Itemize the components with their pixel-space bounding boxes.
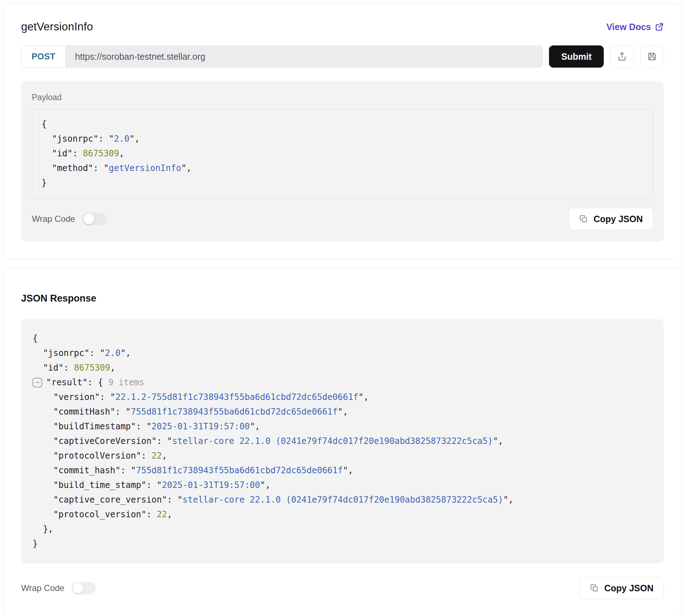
copy-json-label: Copy JSON <box>604 583 654 593</box>
page-title: getVersionInfo <box>21 20 93 33</box>
code-token: ", <box>260 478 271 493</box>
code-line: } <box>42 176 643 190</box>
code-token: { <box>33 331 38 346</box>
code-token: "commit_hash": " <box>33 463 136 478</box>
code-line: "version": "22.1.2-755d81f1c738943f55ba6… <box>33 390 652 405</box>
code-token: , <box>162 449 167 463</box>
code-token: 8675309 <box>74 361 110 375</box>
code-line: "commit_hash": "755d81f1c738943f55ba6d61… <box>33 463 652 478</box>
code-line: "protocol_version": 22, <box>33 507 652 522</box>
code-token: ", <box>358 390 369 405</box>
page: getVersionInfo View Docs POST Submit <box>0 0 685 616</box>
code-token: ", <box>181 161 191 176</box>
code-line: "id": 8675309, <box>33 361 652 375</box>
share-button[interactable] <box>610 45 634 68</box>
endpoint-url-input[interactable] <box>66 46 543 67</box>
code-token: "method": " <box>42 161 109 176</box>
code-token: { <box>42 117 47 132</box>
code-line: "protocolVersion": 22, <box>33 449 652 463</box>
copy-icon <box>590 583 599 593</box>
code-token: 2025-01-31T19:57:00 <box>151 419 250 434</box>
code-line: "method": "getVersionInfo", <box>42 161 643 176</box>
code-token: } <box>33 537 38 551</box>
code-token: "result": { <box>46 375 108 390</box>
payload-panel: Payload { "jsonrpc": "2.0", "id": 867530… <box>21 81 664 241</box>
copy-json-label: Copy JSON <box>593 214 643 224</box>
code-token: ", <box>250 419 260 434</box>
wrap-code-control: Wrap Code <box>32 212 107 225</box>
copy-json-button[interactable]: Copy JSON <box>579 577 664 599</box>
copy-json-button[interactable]: Copy JSON <box>569 208 653 230</box>
code-token: 2.0 <box>105 346 120 361</box>
save-icon <box>647 51 657 62</box>
code-token: "captive_core_version": " <box>33 493 183 507</box>
code-token: stellar-core 22.1.0 (0241e79f74dc017f20e… <box>183 493 503 507</box>
wrap-code-toggle[interactable] <box>82 212 107 225</box>
payload-code-editor[interactable]: { "jsonrpc": "2.0", "id": 8675309, "meth… <box>32 109 653 199</box>
code-line: } <box>33 537 652 551</box>
code-line: "commitHash": "755d81f1c738943f55ba6d61c… <box>33 405 652 419</box>
wrap-code-toggle[interactable] <box>72 582 96 595</box>
code-token: } <box>42 176 47 190</box>
endpoint-group: POST <box>21 45 543 68</box>
toggle-knob <box>73 583 83 593</box>
code-line: "id": 8675309, <box>42 146 643 161</box>
code-token: 9 items <box>108 375 144 390</box>
http-method-badge: POST <box>21 46 66 67</box>
code-token: ", <box>338 405 348 419</box>
code-line: −"result": { 9 items <box>33 375 652 390</box>
collapse-toggle-icon[interactable]: − <box>33 378 42 387</box>
payload-footer: Wrap Code Copy JSON <box>32 208 653 230</box>
code-token: 22 <box>151 449 162 463</box>
response-footer: Wrap Code Copy JSON <box>21 577 664 599</box>
code-token: 22.1.2-755d81f1c738943f55ba6d61cbd72dc65… <box>115 390 358 405</box>
code-token: "id": <box>42 146 83 161</box>
code-token: , <box>167 507 172 522</box>
code-token: ", <box>121 346 131 361</box>
code-token: "protocol_version": <box>33 507 157 522</box>
code-line: "jsonrpc": "2.0", <box>42 132 643 146</box>
payload-label: Payload <box>32 93 653 102</box>
code-token: 755d81f1c738943f55ba6d61cbd72dc65de0661f <box>131 405 338 419</box>
code-line: { <box>33 331 652 346</box>
code-token: ", <box>343 463 353 478</box>
code-token: "version": " <box>33 390 115 405</box>
code-line: { <box>42 117 643 132</box>
toggle-knob <box>83 214 94 224</box>
code-token: "protocolVersion": <box>33 449 151 463</box>
save-button[interactable] <box>640 45 664 68</box>
share-icon <box>617 51 627 62</box>
code-token: }, <box>33 522 53 537</box>
code-token: 22 <box>157 507 167 522</box>
wrap-code-control: Wrap Code <box>21 582 96 595</box>
response-code-viewer: { "jsonrpc": "2.0", "id": 8675309,−"resu… <box>21 319 664 563</box>
code-token: ", <box>503 493 514 507</box>
code-token: "captiveCoreVersion": " <box>33 434 172 449</box>
code-token: "buildTimestamp": " <box>33 419 151 434</box>
wrap-code-label: Wrap Code <box>21 583 64 593</box>
code-token: "build_time_stamp": " <box>33 478 162 493</box>
code-line: "captive_core_version": "stellar-core 22… <box>33 493 652 507</box>
code-token: 2025-01-31T19:57:00 <box>162 478 260 493</box>
code-line: }, <box>33 522 652 537</box>
code-token: ", <box>493 434 503 449</box>
wrap-code-label: Wrap Code <box>32 214 75 224</box>
submit-button[interactable]: Submit <box>549 45 604 68</box>
code-token: getVersionInfo <box>109 161 181 176</box>
view-docs-label: View Docs <box>606 22 651 32</box>
code-token: "jsonrpc": " <box>42 132 114 146</box>
code-token: ", <box>130 132 140 146</box>
code-line: "jsonrpc": "2.0", <box>33 346 652 361</box>
endpoint-row: POST Submit <box>21 45 664 68</box>
code-token: "id": <box>33 361 74 375</box>
view-docs-link[interactable]: View Docs <box>606 22 664 32</box>
code-token: , <box>119 146 124 161</box>
response-card: JSON Response { "jsonrpc": "2.0", "id": … <box>4 268 681 616</box>
code-line: "captiveCoreVersion": "stellar-core 22.1… <box>33 434 652 449</box>
code-line: "build_time_stamp": "2025-01-31T19:57:00… <box>33 478 652 493</box>
response-title: JSON Response <box>21 293 664 304</box>
code-token: 2.0 <box>114 132 129 146</box>
code-line: "buildTimestamp": "2025-01-31T19:57:00", <box>33 419 652 434</box>
request-card: getVersionInfo View Docs POST Submit <box>4 4 681 259</box>
code-token: "jsonrpc": " <box>33 346 105 361</box>
